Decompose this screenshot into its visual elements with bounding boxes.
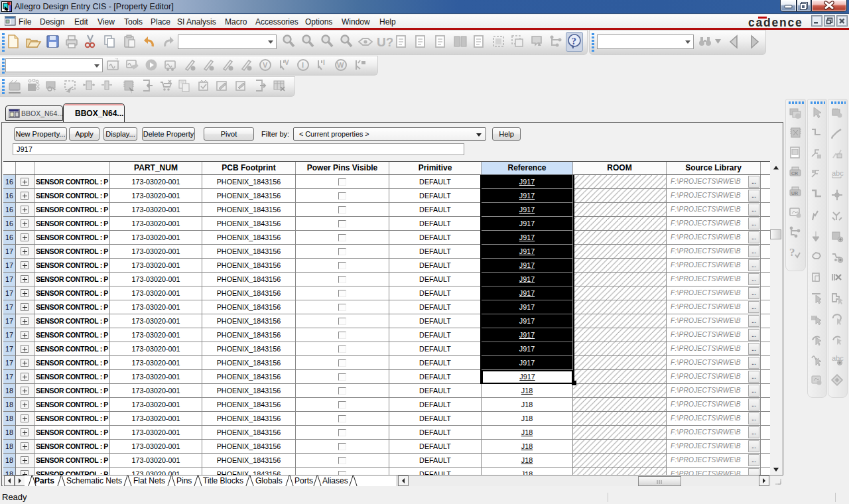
svg-text:V: V	[263, 61, 268, 69]
svg-text:W: W	[337, 61, 344, 69]
svg-text:V: V	[285, 59, 289, 66]
svg-text:UR: UR	[791, 191, 798, 196]
svg-text:?: ?	[789, 246, 795, 259]
svg-text:CR: CR	[791, 171, 798, 176]
svg-text:?: ?	[572, 36, 577, 46]
svg-text:abc: abc	[832, 169, 844, 177]
svg-text:I: I	[302, 61, 304, 69]
svg-text:U?: U?	[377, 35, 393, 49]
svg-text:abc: abc	[832, 354, 844, 362]
svg-text:I: I	[323, 59, 325, 66]
